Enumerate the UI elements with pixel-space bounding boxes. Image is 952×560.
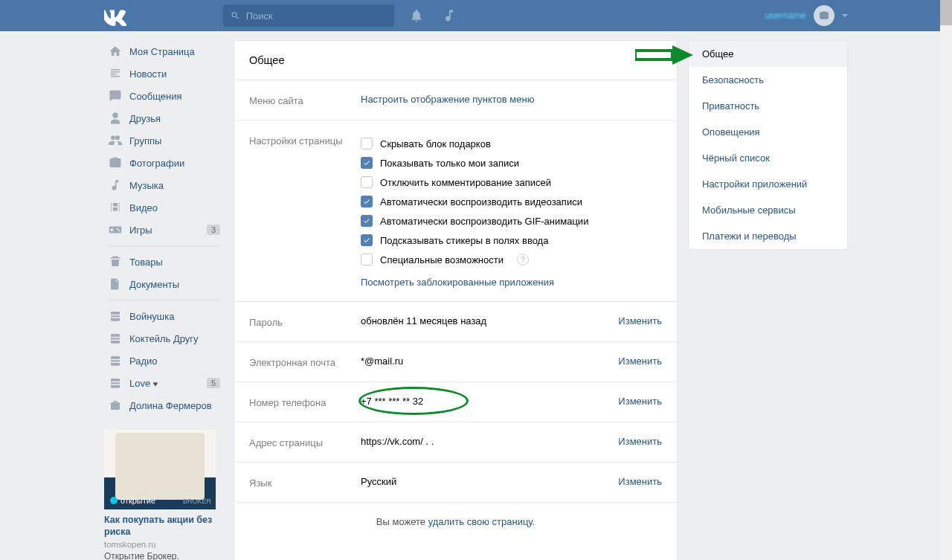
checkbox-label: Подсказывать стикеры в полях ввода	[380, 235, 548, 246]
blocked-apps-link[interactable]: Посмотреть заблокированные приложения	[361, 277, 554, 288]
nav-item-film[interactable]: Видео	[104, 196, 223, 219]
disks-icon	[109, 309, 122, 323]
nav-item-user[interactable]: Друзья	[104, 107, 223, 129]
doc-icon	[109, 277, 122, 291]
nav-item-note[interactable]: Музыка	[104, 174, 223, 196]
row-label: Настройки страницы	[249, 134, 361, 147]
checkbox-row[interactable]: Скрывать блок подарков	[361, 134, 662, 153]
row-email: Электронная почта *@mail.ru Изменить	[234, 342, 677, 382]
row-phone: Номер телефона +7 *** *** ** 32 Изменить	[234, 382, 677, 422]
delete-page-note: Вы можете удалить свою страницу.	[234, 503, 677, 541]
disks-icon	[109, 354, 122, 367]
avatar[interactable]	[814, 5, 834, 26]
camera-icon	[109, 156, 122, 170]
settings-tab[interactable]: Настройки приложений	[689, 171, 847, 197]
nav-label: Радио	[129, 355, 158, 367]
menu-configure-link[interactable]: Настроить отображение пунктов меню	[361, 94, 534, 105]
settings-tab[interactable]: Общее	[689, 41, 847, 67]
nav-label: Коктейль Другу	[129, 333, 199, 344]
checkbox-row[interactable]: Подсказывать стикеры в полях ввода	[361, 231, 662, 250]
nav-item-bag[interactable]: Товары	[104, 251, 223, 273]
settings-tab[interactable]: Чёрный список	[689, 145, 847, 171]
checkbox[interactable]	[361, 138, 373, 149]
checkbox[interactable]	[361, 196, 373, 207]
nav-item-gamepad[interactable]: Игры3	[104, 219, 223, 241]
nav-item-disks[interactable]: Love ♥5	[104, 372, 223, 394]
row-password: Пароль обновлён 11 месяцев назад Изменит…	[234, 302, 677, 341]
help-icon[interactable]: ?	[517, 254, 529, 265]
settings-tab[interactable]: Платежи и переводы	[689, 223, 847, 249]
checkbox[interactable]	[361, 215, 373, 227]
change-phone-link[interactable]: Изменить	[618, 396, 662, 407]
nav-item-users[interactable]: Группы	[104, 129, 223, 152]
nav-label: Сообщения	[129, 91, 182, 102]
nav-item-chat[interactable]: Сообщения	[104, 85, 223, 107]
checkbox-row[interactable]: Специальные возможности?	[361, 250, 662, 269]
nav-item-disks[interactable]: Войнушка	[104, 305, 223, 327]
chevron-down-icon[interactable]	[842, 14, 848, 17]
chat-icon	[109, 89, 122, 103]
nav-label: Новости	[129, 68, 167, 80]
ad-block[interactable]: открытие BROKER Как покупать акции без р…	[104, 430, 223, 560]
settings-tab[interactable]: Оповещения	[689, 119, 847, 145]
nav-label: Love ♥	[129, 378, 158, 389]
nav-label: Группы	[129, 135, 161, 147]
disks-icon	[109, 332, 122, 345]
language-value: Русский	[361, 476, 618, 487]
ad-subtitle: Открытие Брокер.	[104, 551, 223, 561]
music-icon[interactable]	[442, 8, 457, 23]
nav-label: Фотографии	[129, 158, 184, 169]
checkbox-label: Показывать только мои записи	[380, 158, 519, 169]
page-title: Общее	[234, 41, 677, 80]
search-box[interactable]	[223, 4, 394, 27]
ad-image: открытие BROKER	[104, 430, 216, 509]
news-icon	[109, 67, 122, 80]
checkbox-row[interactable]: Автоматически воспроизводить GIF-анимаци…	[361, 211, 662, 231]
delete-page-link[interactable]: удалить свою страницу.	[428, 516, 536, 527]
nav-item-news[interactable]: Новости	[104, 62, 223, 85]
case-icon	[109, 399, 122, 412]
nav-item-disks[interactable]: Коктейль Другу	[104, 327, 223, 350]
checkbox-row[interactable]: Отключить комментирование записей	[361, 173, 662, 192]
row-label: Меню сайта	[249, 94, 361, 106]
ad-domain: tomskopen.ru	[104, 540, 223, 549]
nav-item-case[interactable]: Долина Фермеров	[104, 394, 223, 416]
username[interactable]: username	[765, 10, 806, 21]
checkbox[interactable]	[361, 157, 373, 169]
checkbox-row[interactable]: Автоматически воспроизводить видеозаписи	[361, 192, 662, 211]
settings-nav: ОбщееБезопасностьПриватностьОповещенияЧё…	[688, 40, 848, 250]
checkbox[interactable]	[361, 254, 373, 265]
nav-label: Друзья	[129, 113, 161, 124]
change-address-link[interactable]: Изменить	[618, 436, 662, 447]
change-email-link[interactable]: Изменить	[618, 355, 662, 367]
nav-label: Видео	[129, 202, 158, 213]
checkbox-row[interactable]: Показывать только мои записи	[361, 153, 662, 173]
nav-label: Товары	[129, 257, 163, 268]
change-language-link[interactable]: Изменить	[618, 476, 662, 487]
change-password-link[interactable]: Изменить	[618, 315, 662, 326]
bell-icon[interactable]	[409, 8, 424, 23]
settings-tab[interactable]: Мобильные сервисы	[689, 197, 847, 223]
ad-title: Как покупать акции без риска	[104, 514, 223, 538]
search-icon	[231, 10, 240, 21]
nav-item-camera[interactable]: Фотографии	[104, 152, 223, 174]
address-value: https://vk.com/ . .	[361, 436, 618, 447]
checkbox[interactable]	[361, 234, 373, 246]
settings-tab[interactable]: Приватность	[689, 93, 847, 119]
row-address: Адрес страницы https://vk.com/ . . Измен…	[234, 422, 677, 462]
gamepad-icon	[109, 223, 122, 236]
search-input[interactable]	[246, 10, 387, 22]
settings-tab[interactable]: Безопасность	[689, 67, 847, 93]
checkbox[interactable]	[361, 176, 373, 188]
row-language: Язык Русский Изменить	[234, 463, 677, 502]
nav-item-home[interactable]: Моя Страница	[104, 40, 223, 62]
vk-logo-icon[interactable]	[104, 4, 126, 27]
bag-icon	[109, 255, 122, 268]
left-nav: Моя СтраницаНовостиСообщенияДрузьяГруппы…	[104, 40, 223, 560]
nav-item-doc[interactable]: Документы	[104, 273, 223, 295]
checkbox-label: Автоматически воспроизводить видеозаписи	[380, 196, 582, 207]
password-value: обновлён 11 месяцев назад	[361, 315, 618, 326]
nav-item-disks[interactable]: Радио	[104, 350, 223, 372]
scrollbar[interactable]	[940, 0, 952, 560]
users-icon	[109, 134, 122, 147]
